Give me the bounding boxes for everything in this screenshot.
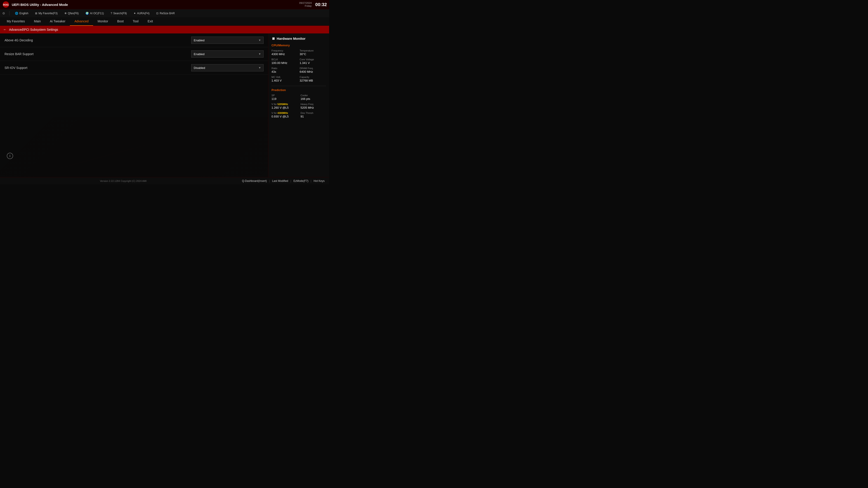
- tab-advanced[interactable]: Advanced: [70, 17, 93, 26]
- above-4g-control[interactable]: Enabled ▼: [191, 37, 264, 44]
- dos-thresh-label: Dos Thresh: [301, 111, 326, 114]
- qfan-label: Qfan(F6): [68, 12, 79, 15]
- v5205-cell: V for 5205MHz 1.260 V @L5: [272, 103, 297, 109]
- resize-bar-value: Enabled: [194, 53, 205, 56]
- bclk-label: BCLK: [272, 58, 298, 61]
- settings-icon[interactable]: ⚙: [2, 11, 5, 15]
- hw-divider: [272, 86, 326, 86]
- frequency-cell: Frequency 4300 MHz: [272, 49, 298, 56]
- dos-thresh-cell: Dos Thresh 91: [301, 111, 326, 118]
- ratio-value: 43x: [272, 70, 298, 73]
- footer-sep-3: |: [311, 180, 311, 183]
- v4300-value: 0.930 V @L5: [272, 115, 297, 118]
- hw-monitor-sidebar: 🖥 Hardware Monitor CPU/Memory Frequency …: [268, 33, 329, 177]
- core-voltage-cell: Core Voltage 1.341 V: [300, 58, 326, 65]
- aioc-icon: 🌍: [86, 12, 89, 15]
- monitor-icon: 🖥: [272, 37, 275, 40]
- app-title: UEFI BIOS Utility - Advanced Mode: [12, 3, 68, 6]
- above-4g-arrow: ▼: [258, 39, 261, 42]
- clock: 00:32: [315, 2, 327, 7]
- toolbar-aura[interactable]: ✦ AURA(F4): [132, 11, 151, 15]
- setting-row-sr-iov: SR-IOV Support Disabled ▼: [0, 61, 268, 75]
- toolbar-aioc[interactable]: 🌍 AI OC(F11): [84, 11, 105, 15]
- toolbar-resize[interactable]: ⊡ ReSize BAR: [155, 11, 176, 15]
- tab-monitor[interactable]: Monitor: [93, 17, 113, 26]
- above-4g-dropdown[interactable]: Enabled ▼: [191, 37, 264, 44]
- resize-bar-dropdown[interactable]: Enabled ▼: [191, 51, 264, 58]
- footer-sep-2: |: [290, 180, 291, 183]
- main-layout: Above 4G Decoding Enabled ▼ Resize BAR S…: [0, 33, 329, 177]
- sp-cell: SP 119: [272, 94, 297, 101]
- resize-bar-control[interactable]: Enabled ▼: [191, 51, 264, 58]
- breadcrumb-bar: ← Advanced\PCI Subsystem Settings: [0, 26, 329, 33]
- toolbar-qfan[interactable]: ❄ Qfan(F6): [63, 11, 80, 15]
- above-4g-value: Enabled: [194, 39, 205, 42]
- v4300-label: V for 4300MHz: [272, 111, 297, 114]
- ratio-label: Ratio: [272, 67, 298, 70]
- frequency-label: Frequency: [272, 49, 298, 52]
- bclk-cell: BCLK 100.00 MHz: [272, 58, 298, 65]
- resize-bar-arrow: ▼: [258, 53, 261, 56]
- resize-label: ReSize BAR: [160, 12, 175, 15]
- tab-my-favorites[interactable]: My Favorites: [2, 17, 29, 26]
- dos-thresh-value: 91: [301, 115, 326, 118]
- toolbar-search[interactable]: ? Search(F9): [109, 11, 128, 15]
- resize-icon: ⊡: [156, 12, 158, 15]
- svg-text:ROG: ROG: [3, 3, 8, 6]
- capacity-value: 32768 MB: [300, 79, 326, 82]
- breadcrumb-text: Advanced\PCI Subsystem Settings: [9, 28, 58, 31]
- sr-iov-arrow: ▼: [258, 66, 261, 69]
- hotkeys-button[interactable]: Hot Keys: [313, 180, 324, 183]
- cpu-memory-title: CPU/Memory: [272, 43, 326, 47]
- toolbar-english[interactable]: 🌐 English: [13, 11, 30, 15]
- toolbar-favorite[interactable]: ⊞ My Favorite(F3): [34, 11, 59, 15]
- frequency-value: 4300 MHz: [272, 53, 298, 56]
- qdashboard-button[interactable]: Q-Dashboard(Insert): [242, 180, 267, 183]
- last-modified-button[interactable]: Last Modified: [272, 180, 288, 183]
- nav-tabs: My Favorites Main Ai Tweaker Advanced Mo…: [0, 17, 329, 26]
- mc-volt-cell: MC Volt. 1.403 V: [272, 76, 298, 82]
- tab-exit[interactable]: Exit: [143, 17, 157, 26]
- sp-label: SP: [272, 94, 297, 97]
- breadcrumb-back-button[interactable]: ←: [3, 28, 7, 32]
- dram-freq-value: 6400 MHz: [300, 70, 326, 73]
- aura-label: AURA(F4): [137, 12, 149, 15]
- setting-row-above-4g: Above 4G Decoding Enabled ▼: [0, 33, 268, 47]
- v5205-row: V for 5205MHz 1.260 V @L5 Heavy Freq 520…: [272, 103, 326, 109]
- favorite-icon: ⊞: [35, 12, 37, 15]
- top-right-info: 09/27/2024 Friday 00:32: [299, 2, 327, 7]
- temperature-value: 30°C: [300, 53, 326, 56]
- top-bar: ROG UEFI BIOS Utility - Advanced Mode 09…: [0, 0, 329, 9]
- globe-icon: 🌐: [15, 12, 18, 15]
- hw-monitor-title: 🖥 Hardware Monitor: [272, 37, 326, 40]
- info-area: i: [2, 148, 18, 164]
- sr-iov-control[interactable]: Disabled ▼: [191, 64, 264, 71]
- sr-iov-dropdown[interactable]: Disabled ▼: [191, 64, 264, 71]
- tab-ai-tweaker[interactable]: Ai Tweaker: [45, 17, 70, 26]
- bclk-value: 100.00 MHz: [272, 61, 298, 65]
- resize-bar-label: Resize BAR Support: [4, 52, 191, 56]
- tab-boot[interactable]: Boot: [113, 17, 128, 26]
- above-4g-label: Above 4G Decoding: [4, 38, 191, 42]
- footer: Version 2.22.1284 Copyright (C) 2024 AMI…: [0, 177, 329, 184]
- favorite-label: My Favorite(F3): [38, 12, 58, 15]
- mc-volt-label: MC Volt.: [272, 76, 298, 78]
- prediction-title: Prediction: [272, 88, 326, 92]
- heavy-freq-label: Heavy Freq: [301, 103, 326, 105]
- tab-tool[interactable]: Tool: [128, 17, 143, 26]
- ezmode-button[interactable]: EzMode(F7): [293, 180, 308, 183]
- setting-row-resize-bar: Resize BAR Support Enabled ▼: [0, 47, 268, 61]
- hw-cpu-memory-grid: Frequency 4300 MHz Temperature 30°C BCLK…: [272, 49, 326, 82]
- cooler-value: 166 pts: [301, 97, 326, 101]
- tab-main[interactable]: Main: [29, 17, 45, 26]
- sp-cooler-row: SP 119 Cooler 166 pts: [272, 94, 326, 101]
- v5205-value: 1.260 V @L5: [272, 106, 297, 109]
- heavy-freq-cell: Heavy Freq 5205 MHz: [301, 103, 326, 109]
- cooler-cell: Cooler 166 pts: [301, 94, 326, 101]
- capacity-label: Capacity: [300, 76, 326, 78]
- sr-iov-label: SR-IOV Support: [4, 66, 191, 70]
- ratio-cell: Ratio 43x: [272, 67, 298, 73]
- day: Friday: [305, 4, 312, 7]
- content-area: Above 4G Decoding Enabled ▼ Resize BAR S…: [0, 33, 268, 177]
- info-icon: i: [7, 153, 13, 159]
